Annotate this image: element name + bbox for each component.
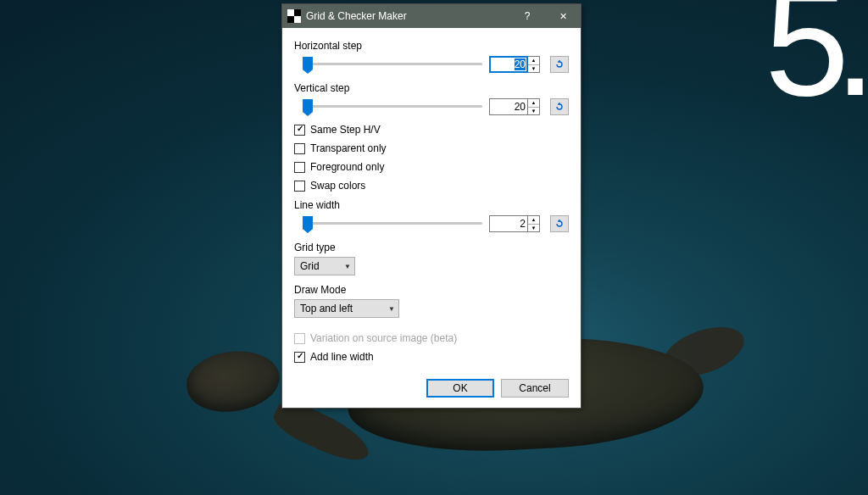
vertical-step-label: Vertical step — [294, 82, 569, 94]
transparent-only-label: Transparent only — [310, 142, 387, 154]
horizontal-step-spinner[interactable]: ▲ ▼ — [528, 56, 540, 73]
close-icon: ✕ — [559, 11, 567, 22]
spin-up-icon[interactable]: ▲ — [528, 57, 539, 65]
reset-icon — [554, 219, 565, 229]
horizontal-step-reset-button[interactable] — [550, 56, 569, 73]
line-width-input[interactable]: ▲ ▼ — [489, 215, 540, 232]
swap-colors-label: Swap colors — [310, 180, 365, 192]
cancel-button[interactable]: Cancel — [501, 379, 569, 398]
dialog-grid-checker-maker: Grid & Checker Maker ? ✕ Horizontal step… — [281, 3, 581, 409]
horizontal-step-label: Horizontal step — [294, 40, 569, 52]
variation-checkbox-row: Variation on source image (beta) — [294, 332, 569, 344]
spin-up-icon[interactable]: ▲ — [528, 99, 539, 108]
app-icon — [287, 9, 301, 23]
variation-label: Variation on source image (beta) — [310, 332, 457, 344]
draw-mode-label: Draw Mode — [294, 284, 569, 296]
foreground-only-label: Foreground only — [310, 161, 384, 173]
ok-button[interactable]: OK — [426, 379, 494, 398]
line-width-label: Line width — [294, 199, 569, 211]
vertical-step-input[interactable]: ▲ ▼ — [489, 98, 540, 115]
draw-mode-value: Top and left — [300, 303, 353, 314]
same-step-checkbox-row[interactable]: Same Step H/V — [294, 124, 569, 136]
horizontal-step-input[interactable]: ▲ ▼ — [489, 56, 540, 73]
swap-colors-checkbox[interactable] — [294, 181, 305, 192]
spin-down-icon[interactable]: ▼ — [528, 225, 539, 232]
vertical-step-spinner[interactable]: ▲ ▼ — [528, 98, 540, 115]
grid-type-value: Grid — [300, 260, 320, 272]
add-line-width-checkbox-row[interactable]: Add line width — [294, 351, 569, 363]
foreground-only-checkbox-row[interactable]: Foreground only — [294, 161, 569, 173]
line-width-reset-button[interactable] — [550, 215, 569, 232]
same-step-checkbox[interactable] — [294, 125, 305, 136]
reset-icon — [554, 59, 565, 70]
variation-checkbox — [294, 333, 305, 344]
grid-type-combo[interactable]: Grid ▼ — [294, 257, 355, 275]
close-button[interactable]: ✕ — [545, 4, 581, 28]
swap-colors-checkbox-row[interactable]: Swap colors — [294, 180, 569, 192]
vertical-step-slider[interactable] — [303, 97, 482, 116]
line-width-value[interactable] — [489, 215, 528, 232]
transparent-only-checkbox-row[interactable]: Transparent only — [294, 142, 569, 154]
line-width-slider[interactable] — [303, 214, 482, 233]
help-button[interactable]: ? — [509, 4, 545, 28]
grid-type-label: Grid type — [294, 242, 569, 253]
button-row: OK Cancel — [282, 372, 581, 408]
same-step-label: Same Step H/V — [310, 124, 381, 136]
draw-mode-combo[interactable]: Top and left ▼ — [294, 299, 399, 318]
vertical-step-reset-button[interactable] — [550, 98, 569, 115]
add-line-width-label: Add line width — [310, 351, 374, 363]
horizontal-step-slider[interactable] — [303, 55, 482, 74]
spin-up-icon[interactable]: ▲ — [528, 216, 539, 225]
foreground-only-checkbox[interactable] — [294, 162, 305, 173]
spin-down-icon[interactable]: ▼ — [528, 108, 539, 115]
chevron-down-icon: ▼ — [344, 263, 351, 270]
horizontal-step-value[interactable] — [489, 56, 528, 73]
background-number: 5. — [765, 0, 868, 119]
transparent-only-checkbox[interactable] — [294, 143, 305, 154]
chevron-down-icon: ▼ — [388, 305, 395, 313]
window-title: Grid & Checker Maker — [306, 10, 509, 22]
spin-down-icon[interactable]: ▼ — [528, 65, 539, 73]
reset-icon — [554, 102, 565, 112]
titlebar[interactable]: Grid & Checker Maker ? ✕ — [282, 4, 581, 28]
line-width-spinner[interactable]: ▲ ▼ — [528, 215, 540, 232]
vertical-step-value[interactable] — [489, 98, 528, 115]
help-icon: ? — [525, 10, 531, 22]
add-line-width-checkbox[interactable] — [294, 352, 305, 363]
